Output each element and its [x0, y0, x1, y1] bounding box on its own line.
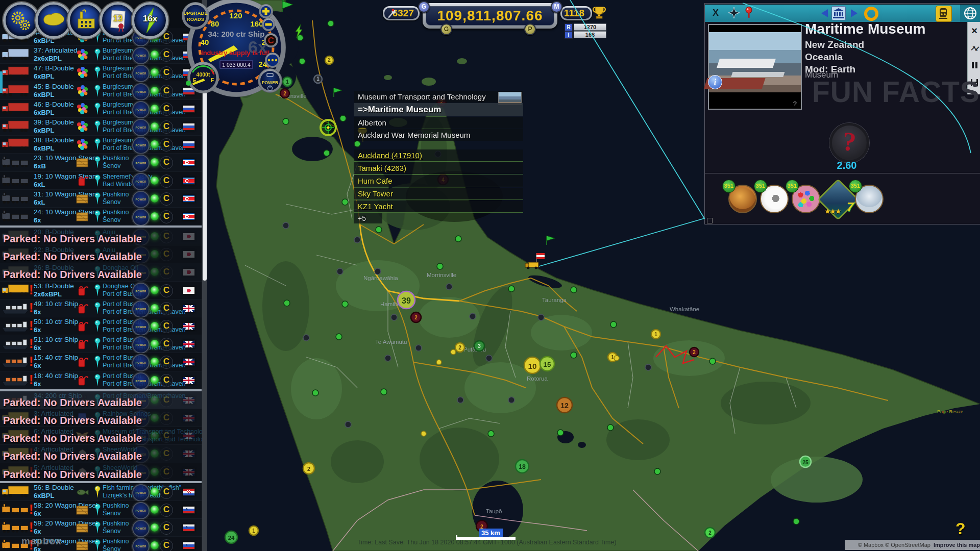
- vehicle-gauge-cluster[interactable]: 040 80120 160200 240 6x 34: 200 ctr Ship…: [181, 0, 293, 105]
- map-marker[interactable]: 1: [651, 330, 660, 339]
- fleet-row[interactable]: 45: B-Double6xBPLBurglesumPort of Bremen…: [0, 82, 207, 100]
- location-photo[interactable]: ?: [708, 24, 802, 110]
- badge-m[interactable]: M: [551, 1, 562, 13]
- repeat-route-button[interactable]: C: [160, 48, 173, 62]
- repeat-route-button[interactable]: C: [160, 120, 173, 134]
- fleet-row[interactable]: !18: 40 ctr Ship6xPort of BusanPort of B…: [0, 371, 207, 389]
- badge-g2[interactable]: G: [440, 23, 452, 35]
- map-dot-marker[interactable]: [508, 286, 514, 292]
- repeat-route-button[interactable]: C: [160, 192, 173, 206]
- map-marker[interactable]: 24: [225, 531, 237, 543]
- map-dot-marker[interactable]: [337, 268, 343, 274]
- panel-resize-button[interactable]: ↗↙: [968, 39, 980, 57]
- power-toggle[interactable]: POWER: [132, 209, 150, 226]
- repeat-route-button[interactable]: C: [160, 103, 173, 116]
- map-dot-marker[interactable]: [385, 355, 391, 361]
- map-marker[interactable]: 39: [398, 291, 415, 309]
- repeat-route-button[interactable]: C: [160, 266, 173, 279]
- power-toggle[interactable]: POWER: [132, 191, 150, 208]
- fleet-row[interactable]: 19: 10 Wagon Steam6xLSheremet'yevskiyBad…: [0, 172, 207, 190]
- repeat-route-button[interactable]: C: [160, 174, 173, 188]
- popup-place-link[interactable]: Auckland (417910): [354, 149, 523, 162]
- map-marker[interactable]: 2: [690, 347, 699, 357]
- panel-x-button[interactable]: X: [713, 8, 719, 18]
- badge-g[interactable]: G: [418, 1, 430, 13]
- help-button[interactable]: ?: [955, 519, 966, 538]
- repeat-route-button[interactable]: C: [160, 210, 173, 223]
- improve-map-link[interactable]: Improve this map: [934, 542, 980, 548]
- power-toggle[interactable]: POWER: [132, 300, 150, 318]
- power-toggle[interactable]: POWER: [132, 520, 150, 537]
- fleet-row[interactable]: 26: B-DoubleDonghae OilPOWERCParked: No …: [0, 263, 207, 281]
- fleet-row[interactable]: !59: 20 Wagon Diesel6xPushkinoŠenovPOWER…: [0, 519, 207, 537]
- tokens-pill[interactable]: 6327: [383, 6, 420, 20]
- map-marker[interactable]: 2: [325, 56, 333, 64]
- fleet-row[interactable]: 24: 10 Wagon Steam6xPushkinoŠenovPOWERC: [0, 208, 207, 226]
- map-dot-marker[interactable]: [508, 397, 514, 403]
- map-dot-marker[interactable]: [457, 397, 463, 403]
- map-dot-marker[interactable]: [328, 20, 334, 27]
- map-dot-marker[interactable]: [324, 150, 330, 156]
- fleet-row[interactable]: !49: 10 ctr Ship6xPort of BusanPort of B…: [0, 299, 207, 317]
- map-dot-marker[interactable]: [486, 355, 492, 361]
- fleet-row[interactable]: !53: B-Double2x6xBPLDonghae OilPort of B…: [0, 282, 207, 299]
- museum-category-button[interactable]: [831, 6, 846, 20]
- map-dot-marker[interactable]: [336, 334, 342, 340]
- repeat-route-button[interactable]: C: [160, 539, 173, 551]
- map-dot-marker[interactable]: [571, 287, 577, 293]
- map-dot-marker[interactable]: [345, 421, 351, 428]
- globe-button[interactable]: [960, 5, 980, 22]
- popup-poi-item[interactable]: Auckland War Memorial Museum: [354, 129, 523, 141]
- sidebar-scrollbar-thumb[interactable]: [203, 77, 207, 281]
- map-marker[interactable]: 2: [303, 463, 314, 474]
- fun-fact-button[interactable]: ?: [829, 123, 869, 163]
- repeat-route-button[interactable]: C: [160, 486, 173, 499]
- fleet-row[interactable]: 23: 10 Wagon Steam6xBPushkinoŠenovPOWERC: [0, 154, 207, 171]
- fleet-row[interactable]: !15: 40 ctr Ship6xPort of BusanPort of B…: [0, 353, 207, 371]
- map-dot-marker[interactable]: [437, 263, 443, 269]
- map-dot-marker[interactable]: [571, 352, 577, 358]
- map-dot-marker[interactable]: [283, 118, 289, 124]
- map-dot-marker[interactable]: [299, 58, 305, 64]
- photo-help[interactable]: ?: [793, 100, 797, 108]
- map-marker[interactable]: 25: [800, 456, 811, 467]
- map-dot-marker[interactable]: [557, 430, 564, 436]
- repeat-route-button[interactable]: C: [160, 85, 173, 98]
- map-dot-marker[interactable]: [354, 237, 360, 243]
- contracts-button[interactable]: 13: [100, 2, 136, 39]
- repeat-route-button[interactable]: C: [160, 138, 173, 152]
- repeat-route-button[interactable]: C: [160, 338, 173, 351]
- prev-arrow-button[interactable]: [821, 9, 828, 17]
- zoom-out-button[interactable]: [262, 18, 275, 31]
- recenter-button[interactable]: C: [264, 33, 278, 47]
- zoom-in-button[interactable]: [259, 4, 273, 18]
- map-dot-marker[interactable]: [607, 424, 614, 431]
- repeat-route-button[interactable]: C: [160, 302, 173, 315]
- map-dot-marker[interactable]: [375, 268, 381, 274]
- compass-icon[interactable]: [728, 7, 740, 18]
- map-dot-marker[interactable]: [455, 236, 461, 242]
- train-mode-button[interactable]: [936, 6, 952, 22]
- selected-poi-marker[interactable]: [321, 120, 336, 135]
- map-dot-marker[interactable]: [381, 389, 387, 395]
- map-dot-marker[interactable]: [610, 321, 617, 328]
- map-marker[interactable]: 10: [524, 357, 541, 373]
- map-dot-marker[interactable]: [415, 345, 422, 351]
- orange-ring-button[interactable]: [864, 7, 878, 21]
- popup-place-link[interactable]: KZ1 Yacht: [354, 201, 523, 213]
- map-dot-marker[interactable]: [376, 227, 382, 233]
- repeat-route-button[interactable]: C: [160, 320, 173, 333]
- fleet-row[interactable]: 6: ArticulatedMuseum of Transport and Te…: [0, 427, 207, 445]
- popup-place-link[interactable]: Tamaki (4263): [354, 162, 523, 174]
- repeat-route-button[interactable]: C: [160, 466, 173, 479]
- map-dot-marker[interactable]: [391, 314, 397, 320]
- power-toggle[interactable]: POWER: [132, 502, 150, 519]
- repeat-route-button[interactable]: C: [160, 248, 173, 261]
- repeat-route-button[interactable]: C: [160, 430, 173, 443]
- speed-button[interactable]: 16x: [132, 2, 168, 39]
- map-marker[interactable]: 12: [557, 397, 572, 413]
- map-dot-marker[interactable]: [303, 335, 309, 341]
- power-toggle[interactable]: POWER: [132, 283, 150, 300]
- map-marker[interactable]: 1: [314, 75, 322, 83]
- map-dot-marker[interactable]: [709, 358, 716, 364]
